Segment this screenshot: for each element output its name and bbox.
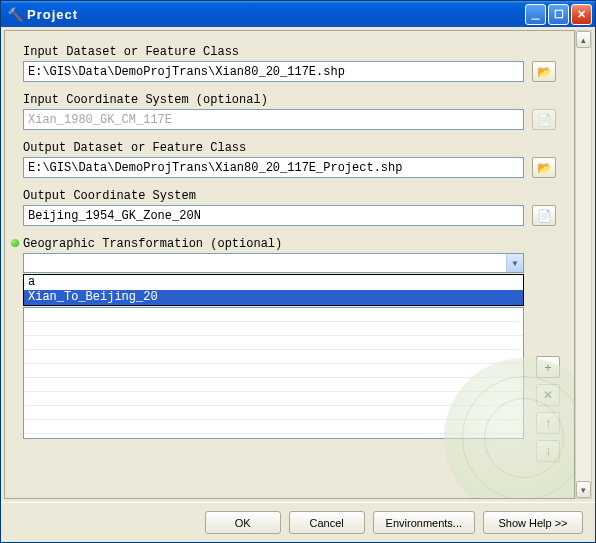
- arrow-down-icon: ↓: [545, 444, 551, 458]
- cancel-button[interactable]: Cancel: [289, 511, 365, 534]
- remove-button: ✕: [536, 384, 560, 406]
- geotrans-label: Geographic Transformation (optional): [23, 237, 524, 251]
- scroll-down-icon[interactable]: ▾: [576, 481, 591, 498]
- maximize-icon: ☐: [554, 8, 564, 21]
- hammer-icon: 🔨: [7, 6, 23, 22]
- content-area: Input Dataset or Feature Class 📂 Input C…: [4, 30, 575, 499]
- close-button[interactable]: ✕: [571, 4, 592, 25]
- button-bar: OK Cancel Environments... Show Help >>: [1, 502, 595, 542]
- vertical-scrollbar[interactable]: ▴ ▾: [575, 30, 592, 499]
- input-cs-field: [23, 109, 524, 130]
- close-icon: ✕: [577, 8, 586, 21]
- titlebar[interactable]: 🔨 Project ＿ ☐ ✕: [1, 1, 595, 27]
- show-help-button[interactable]: Show Help >>: [483, 511, 583, 534]
- geotrans-dropdown[interactable]: a Xian_To_Beijing_20: [23, 274, 524, 306]
- geotrans-value: [24, 254, 506, 272]
- input-cs-props-button: 📄: [532, 109, 556, 130]
- geotrans-option[interactable]: Xian_To_Beijing_20: [24, 290, 523, 305]
- move-down-button: ↓: [536, 440, 560, 462]
- geotrans-option[interactable]: a: [24, 275, 523, 290]
- geotrans-combo[interactable]: ▼: [23, 253, 524, 273]
- output-cs-label: Output Coordinate System: [23, 189, 556, 203]
- folder-open-icon: 📂: [537, 65, 552, 79]
- project-dialog: 🔨 Project ＿ ☐ ✕ Input Dataset or Feature…: [0, 0, 596, 543]
- input-dataset-field[interactable]: [23, 61, 524, 82]
- window-title: Project: [27, 7, 525, 22]
- add-button[interactable]: ＋: [536, 356, 560, 378]
- browse-input-button[interactable]: 📂: [532, 61, 556, 82]
- scroll-track[interactable]: [576, 48, 591, 481]
- chevron-down-icon[interactable]: ▼: [506, 254, 523, 272]
- minimize-button[interactable]: ＿: [525, 4, 546, 25]
- input-cs-label: Input Coordinate System (optional): [23, 93, 556, 107]
- plus-icon: ＋: [542, 359, 554, 376]
- arrow-up-icon: ↑: [545, 416, 551, 430]
- x-icon: ✕: [543, 388, 553, 402]
- minimize-icon: ＿: [530, 7, 541, 22]
- output-dataset-field[interactable]: [23, 157, 524, 178]
- output-dataset-label: Output Dataset or Feature Class: [23, 141, 556, 155]
- environments-button[interactable]: Environments...: [373, 511, 475, 534]
- scroll-up-icon[interactable]: ▴: [576, 31, 591, 48]
- properties-icon: 📄: [537, 209, 552, 223]
- ok-button[interactable]: OK: [205, 511, 281, 534]
- geotrans-list[interactable]: [23, 307, 524, 439]
- input-dataset-label: Input Dataset or Feature Class: [23, 45, 556, 59]
- output-cs-field[interactable]: [23, 205, 524, 226]
- move-up-button: ↑: [536, 412, 560, 434]
- status-dot-icon: [11, 239, 19, 247]
- output-cs-props-button[interactable]: 📄: [532, 205, 556, 226]
- maximize-button[interactable]: ☐: [548, 4, 569, 25]
- properties-icon: 📄: [537, 113, 552, 127]
- browse-output-button[interactable]: 📂: [532, 157, 556, 178]
- folder-open-icon: 📂: [537, 161, 552, 175]
